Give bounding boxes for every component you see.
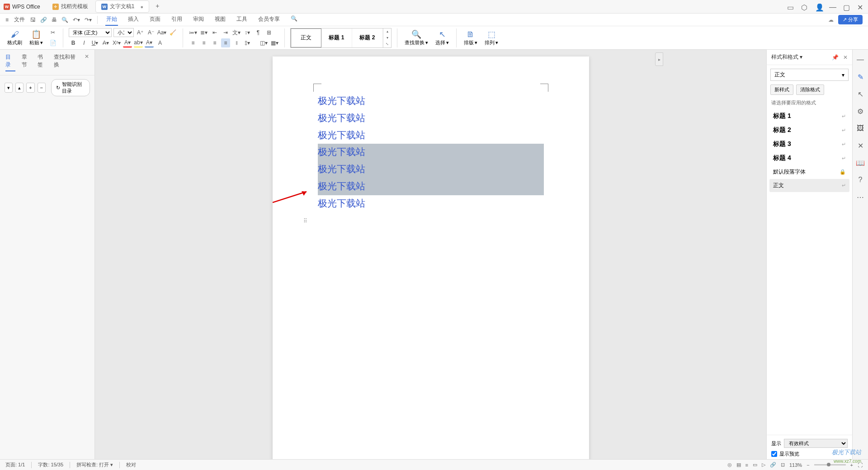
style-item-default-font[interactable]: 默认段落字体🔒 xyxy=(769,165,849,179)
minimize-icon[interactable]: — xyxy=(829,3,836,10)
menu-review[interactable]: 审阅 xyxy=(192,14,205,26)
zoom-out-icon[interactable]: − xyxy=(807,462,809,468)
indent-inc-icon[interactable]: ⇥ xyxy=(221,28,230,37)
style-item-body[interactable]: 正文↵ xyxy=(769,179,849,192)
font-size-select[interactable]: 小二 xyxy=(113,28,134,37)
close-window-icon[interactable]: ✕ xyxy=(857,3,864,10)
menu-tools[interactable]: 工具 xyxy=(236,14,248,26)
help-icon[interactable]: ? xyxy=(856,175,865,184)
fit-icon[interactable]: ⊡ xyxy=(781,462,785,468)
align-justify-icon[interactable]: ≡ xyxy=(221,38,230,47)
menu-icon[interactable]: ≡ xyxy=(5,17,9,23)
web-view-icon[interactable]: ▷ xyxy=(762,462,765,468)
settings-icon[interactable]: ⚙ xyxy=(856,107,865,116)
menu-view[interactable]: 视图 xyxy=(214,14,226,26)
change-case-icon[interactable]: Aa▾ xyxy=(157,28,166,37)
text-effect-icon[interactable]: A▾ xyxy=(145,38,154,47)
style-item-h2[interactable]: 标题 2↵ xyxy=(769,123,849,137)
collapse-right-button[interactable]: ▸ xyxy=(655,52,663,66)
minimize-side-icon[interactable]: — xyxy=(856,55,865,64)
reader-icon[interactable]: ▭ xyxy=(787,3,794,10)
add-button[interactable]: + xyxy=(26,83,34,93)
paste-button[interactable]: 📋 粘贴▾ xyxy=(28,28,45,47)
show-marks-icon[interactable]: ¶ xyxy=(254,28,263,37)
tab-templates[interactable]: ✧ 找稻壳模板 xyxy=(47,0,94,13)
style-normal[interactable]: 正文 xyxy=(291,28,321,47)
link-icon[interactable]: 🔗 xyxy=(770,462,776,468)
text-direction-icon[interactable]: 文▾ xyxy=(232,28,241,37)
edit-icon[interactable]: ✎ xyxy=(856,72,865,81)
tools-icon[interactable]: ✕ xyxy=(856,141,865,150)
current-style-select[interactable]: 正文 ▾ xyxy=(770,69,849,81)
distribute-icon[interactable]: ⫴ xyxy=(232,38,241,47)
target-icon[interactable]: ◎ xyxy=(727,462,732,468)
copy-icon[interactable]: 📄 xyxy=(48,38,57,47)
zoom-slider[interactable] xyxy=(814,464,846,465)
paragraph-selected[interactable]: 极光下载站 xyxy=(318,144,544,161)
close-icon[interactable]: ● xyxy=(140,4,143,9)
remove-button[interactable]: − xyxy=(38,83,46,93)
drag-handle-icon[interactable]: ⠿ xyxy=(303,218,308,224)
menu-page[interactable]: 页面 xyxy=(149,14,161,26)
shading-icon[interactable]: ◫▾ xyxy=(259,38,268,47)
clear-format-icon[interactable]: 🧹 xyxy=(168,28,177,37)
menu-reference[interactable]: 引用 xyxy=(170,14,183,26)
select-tool-icon[interactable]: ↖ xyxy=(856,89,865,99)
tabs-icon[interactable]: ⊞ xyxy=(264,28,274,37)
document-area[interactable]: ▸ ⠿ 极光下载站 极光下载站 极光下载站 极光下载站 极光下载站 极光下载站 … xyxy=(95,50,766,461)
find-replace-button[interactable]: 🔍 查找替换▾ xyxy=(403,28,430,47)
style-more-button[interactable]: ▴▾⤡ xyxy=(383,28,391,47)
maximize-icon[interactable]: ▢ xyxy=(843,3,850,10)
bold-icon[interactable]: B xyxy=(69,38,78,47)
select-button[interactable]: ↖ 选择▾ xyxy=(434,28,451,47)
outline-view-icon[interactable]: ≡ xyxy=(745,462,748,468)
spell-check[interactable]: 拼写检查: 打开 ▾ xyxy=(76,461,113,468)
page-view-icon[interactable]: ▤ xyxy=(736,462,741,468)
collapse-all-button[interactable]: ▾ xyxy=(5,83,13,93)
avatar-icon[interactable]: 👤 xyxy=(815,3,822,10)
nav-tab-toc[interactable]: 目录 xyxy=(5,53,15,71)
highlight-icon[interactable]: ab▾ xyxy=(134,38,143,47)
sort-icon[interactable]: ↕▾ xyxy=(243,28,252,37)
proofread[interactable]: 校对 xyxy=(126,461,136,468)
redo-icon[interactable]: ↷▾ xyxy=(85,17,92,23)
share-button[interactable]: ↗ 分享 xyxy=(838,15,863,24)
print-icon[interactable]: 🖶 xyxy=(52,17,57,23)
paragraph[interactable]: 极光下载站 xyxy=(318,127,544,144)
close-panel-icon[interactable]: ✕ xyxy=(85,53,89,71)
paragraph-selected[interactable]: 极光下载站 xyxy=(318,178,544,195)
pin-icon[interactable]: 📌 xyxy=(832,54,839,61)
gallery-icon[interactable]: 🖼 xyxy=(856,124,865,133)
search-icon[interactable]: 🔍 xyxy=(290,14,298,26)
indent-dec-icon[interactable]: ⇤ xyxy=(210,28,219,37)
style-heading1[interactable]: 标题 1 xyxy=(321,28,352,47)
superscript-icon[interactable]: X²▾ xyxy=(112,38,121,47)
word-count[interactable]: 字数: 15/35 xyxy=(38,461,63,468)
align-center-icon[interactable]: ≡ xyxy=(199,38,208,47)
move-up-button[interactable]: ▴ xyxy=(15,83,24,93)
format-painter-button[interactable]: 🖌 格式刷 xyxy=(5,29,24,47)
layout-button[interactable]: 🗎 排版▾ xyxy=(462,29,479,47)
menu-member[interactable]: 会员专享 xyxy=(257,14,281,26)
save-icon[interactable]: 🖫 xyxy=(30,17,36,23)
preview-icon[interactable]: 🔍 xyxy=(61,17,68,23)
menu-insert[interactable]: 插入 xyxy=(127,14,140,26)
numbering-icon[interactable]: ≣▾ xyxy=(199,28,208,37)
font-name-select[interactable]: 宋体 (正文) xyxy=(69,28,112,37)
style-item-h1[interactable]: 标题 1↵ xyxy=(769,109,849,123)
bullets-icon[interactable]: ≔▾ xyxy=(189,28,198,37)
cloud-icon[interactable]: ☁ xyxy=(828,17,834,23)
underline-icon[interactable]: U▾ xyxy=(90,38,99,47)
align-right-icon[interactable]: ≡ xyxy=(210,38,219,47)
nav-tab-find[interactable]: 查找和替换 xyxy=(54,53,78,71)
paragraph[interactable]: 极光下载站 xyxy=(318,195,544,212)
zoom-level[interactable]: 113% xyxy=(789,462,802,468)
strike-icon[interactable]: A▾ xyxy=(101,38,110,47)
clear-format-button[interactable]: 清除格式 xyxy=(796,85,824,95)
reading-view-icon[interactable]: ▭ xyxy=(753,462,757,468)
italic-icon[interactable]: I xyxy=(80,38,89,47)
paragraph[interactable]: 极光下载站 xyxy=(318,110,544,127)
borders-icon[interactable]: ▦▾ xyxy=(270,38,279,47)
char-shading-icon[interactable]: A xyxy=(156,38,165,47)
box-icon[interactable]: ⬡ xyxy=(801,3,808,10)
